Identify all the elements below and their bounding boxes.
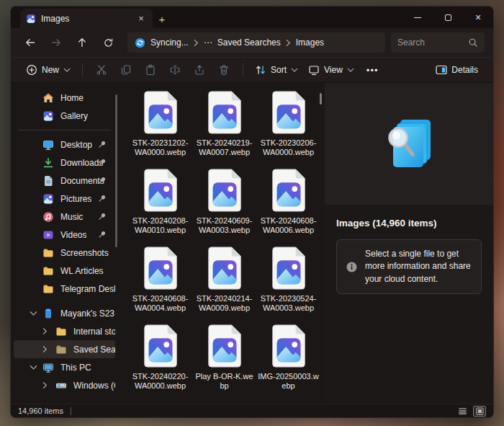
sidebar-item-desktop[interactable]: Desktop — [14, 136, 115, 154]
tab-folder-icon — [26, 14, 36, 24]
breadcrumb-device[interactable]: Syncing... — [150, 37, 189, 48]
file-item[interactable]: STK-20240608-WA0004.webp — [128, 246, 192, 312]
file-item[interactable]: STK-20240214-WA0009.webp — [192, 246, 256, 312]
more-options-button[interactable]: ••• — [359, 65, 386, 76]
maximize-button[interactable] — [433, 6, 463, 28]
sidebar-item-this-pc[interactable]: This PC — [14, 358, 115, 376]
breadcrumb-ellipsis[interactable]: ⋯ — [204, 37, 212, 48]
chevron-down-icon[interactable] — [30, 311, 38, 316]
thumbnails-view-button[interactable] — [473, 406, 486, 417]
share-button[interactable] — [190, 61, 209, 79]
sidebar-item-saved-searches[interactable]: Saved Searches — [14, 340, 115, 358]
chevron-right-icon[interactable] — [42, 381, 48, 390]
sidebar-item-home[interactable]: Home — [14, 89, 115, 107]
sidebar-item-mayanks-s23[interactable]: Mayank's S23 — [14, 304, 115, 322]
sidebar-item-screenshots[interactable]: Screenshots — [14, 244, 115, 262]
trash-icon — [218, 64, 230, 76]
sidebar-item-telegram-desktop[interactable]: Telegram Desktop — [14, 280, 115, 298]
breadcrumb-parent[interactable]: Saved Searches — [217, 37, 281, 48]
chevron-right-icon[interactable] — [286, 39, 291, 47]
sidebar-item-music[interactable]: Music — [14, 208, 115, 226]
webp-file-icon — [142, 90, 179, 135]
cut-button[interactable] — [92, 61, 111, 79]
window-body: Home Gallery Desktop Downloads Documents — [11, 83, 493, 404]
copy-icon — [120, 64, 132, 76]
sidebar-divider — [18, 130, 111, 130]
details-pane-icon — [436, 64, 447, 76]
file-item[interactable]: Play B-OR-K.webp — [192, 324, 256, 390]
sidebar-scrollbar[interactable] — [115, 94, 117, 247]
back-button[interactable] — [19, 32, 41, 53]
sidebar-item-downloads[interactable]: Downloads — [14, 154, 115, 172]
details-info: Images (14,960 items) Select a single fi… — [325, 205, 493, 404]
info-message-text: Select a single file to get more informa… — [365, 248, 472, 285]
toolbar-divider — [82, 63, 83, 77]
file-item[interactable]: STK-20240219-WA0007.webp — [192, 90, 256, 156]
cut-icon — [96, 64, 107, 76]
sidebar-item-gallery[interactable]: Gallery — [14, 107, 115, 125]
pictures-icon — [42, 193, 54, 205]
new-button-label: New — [42, 65, 59, 75]
toolbar-divider — [243, 63, 243, 77]
details-view-button[interactable] — [456, 406, 469, 417]
details-heading: Images (14,960 items) — [325, 205, 493, 228]
up-button[interactable] — [71, 32, 93, 53]
chevron-right-icon[interactable] — [42, 345, 48, 354]
search-icon — [468, 37, 478, 48]
file-list-scrollbar[interactable] — [320, 93, 322, 105]
refresh-button[interactable] — [97, 32, 119, 53]
new-button[interactable]: New — [21, 61, 76, 79]
sync-icon — [135, 37, 145, 48]
new-plus-icon — [26, 64, 37, 76]
webp-file-icon — [206, 90, 243, 135]
phone-icon — [42, 308, 54, 319]
file-item[interactable]: STK-20230524-WA0003.webp — [256, 246, 320, 312]
tab-images[interactable]: Images × — [20, 9, 153, 28]
breadcrumb-current[interactable]: Images — [296, 37, 324, 48]
sort-button[interactable]: Sort — [250, 61, 303, 79]
minimize-button[interactable] — [402, 6, 433, 28]
chevron-right-icon[interactable] — [194, 39, 199, 47]
new-tab-button[interactable]: + — [153, 9, 171, 28]
sidebar-item-wl-articles[interactable]: WL Articles — [14, 262, 115, 280]
close-button[interactable]: × — [463, 6, 493, 28]
sidebar-item-windows-c[interactable]: Windows (C:) — [14, 376, 115, 394]
details-preview — [325, 83, 493, 205]
file-item[interactable]: IMG-20250003.webp — [256, 324, 320, 390]
file-item[interactable]: STK-20240609-WA0003.webp — [192, 168, 256, 234]
forward-button[interactable] — [45, 32, 67, 53]
paste-button[interactable] — [141, 61, 160, 79]
file-item[interactable]: STK-20240608-WA0006.webp — [256, 168, 320, 234]
file-item[interactable]: STK-20230206-WA0000.webp — [256, 90, 320, 156]
webp-file-icon — [270, 90, 307, 135]
navigation-bar: Syncing... ⋯ Saved Searches Images — [11, 28, 493, 57]
details-toggle-button[interactable]: Details — [431, 61, 483, 79]
chevron-down-icon[interactable] — [30, 365, 38, 370]
view-switcher — [456, 406, 486, 417]
desktop-icon — [42, 139, 54, 151]
file-item[interactable]: STK-20240208-WA0010.webp — [128, 168, 192, 234]
view-button[interactable]: View — [303, 61, 359, 79]
copy-button[interactable] — [117, 61, 135, 79]
file-item[interactable]: STK-20240220-WA0000.webp — [128, 324, 192, 390]
item-count: 14,960 items — [18, 407, 63, 415]
pin-icon — [98, 230, 107, 239]
sort-button-label: Sort — [271, 65, 287, 75]
window-controls: × — [402, 6, 493, 28]
delete-button[interactable] — [215, 61, 233, 79]
sidebar-item-internal-storage[interactable]: Internal storage — [14, 322, 115, 340]
search-box[interactable] — [391, 32, 485, 53]
search-input[interactable] — [397, 37, 468, 48]
sidebar-item-pictures[interactable]: Pictures — [14, 190, 115, 208]
document-icon — [42, 175, 54, 187]
sidebar-item-videos[interactable]: Videos — [14, 226, 115, 244]
breadcrumb[interactable]: Syncing... ⋯ Saved Searches Images — [127, 32, 385, 53]
sidebar-item-documents[interactable]: Documents — [14, 172, 115, 190]
rename-button[interactable] — [166, 61, 184, 79]
chevron-right-icon[interactable] — [42, 327, 48, 336]
folder-icon — [42, 283, 54, 295]
webp-file-icon — [270, 168, 307, 213]
tab-close-icon[interactable]: × — [135, 13, 147, 25]
tab-label: Images — [41, 14, 130, 24]
file-item[interactable]: STK-20231202-WA0000.webp — [128, 90, 192, 156]
